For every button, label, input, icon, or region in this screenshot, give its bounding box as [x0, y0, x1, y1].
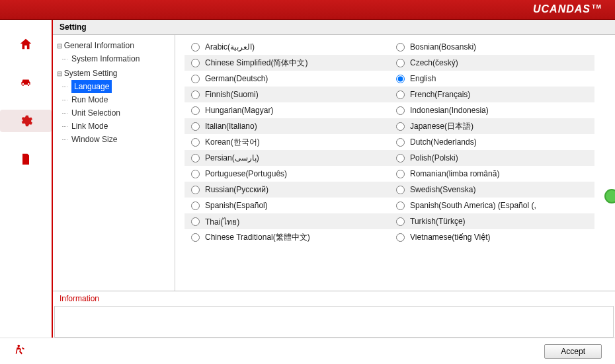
language-radio[interactable] — [191, 186, 200, 194]
language-option[interactable]: Vietnamese(tiếng Việt) — [390, 229, 594, 245]
language-radio[interactable] — [396, 201, 405, 210]
tree-system-setting[interactable]: System Setting — [56, 67, 172, 80]
language-label: Russian(Русский) — [205, 185, 268, 194]
content: General Information System Information S… — [53, 35, 615, 291]
language-radio[interactable] — [191, 201, 200, 210]
language-radio[interactable] — [191, 217, 200, 226]
language-radio[interactable] — [191, 106, 200, 115]
language-label: Arabic(العربية) — [205, 42, 255, 52]
language-option[interactable]: Italian(Italiano) — [184, 118, 390, 134]
language-radio[interactable] — [396, 106, 405, 115]
language-option[interactable]: Bosnian(Bosanski) — [390, 39, 594, 55]
language-option[interactable]: Czech(český) — [390, 55, 594, 71]
language-radio[interactable] — [396, 170, 405, 178]
language-radio[interactable] — [191, 43, 200, 52]
language-option[interactable]: Hungarian(Magyar) — [184, 102, 390, 118]
language-radio[interactable] — [396, 43, 405, 52]
language-option[interactable]: Polish(Polski) — [390, 150, 594, 166]
language-radio[interactable] — [191, 154, 200, 163]
brand-text: UCANDAS — [533, 4, 591, 15]
language-option[interactable]: Indonesian(Indonesia) — [390, 102, 594, 118]
language-label: Romanian(limba română) — [410, 169, 499, 178]
language-label: Spanish(Español) — [205, 201, 268, 210]
language-radio[interactable] — [396, 91, 405, 99]
accept-button[interactable]: Accept — [544, 344, 602, 359]
language-option[interactable]: English — [390, 71, 594, 87]
exit-icon[interactable] — [13, 343, 28, 359]
info-body[interactable] — [54, 306, 614, 338]
brand-logo: UCANDASTM — [533, 3, 602, 15]
language-radio[interactable] — [396, 138, 405, 147]
language-radio[interactable] — [191, 233, 200, 242]
language-label: Portuguese(Português) — [205, 169, 287, 178]
tree-run-mode[interactable]: Run Mode — [56, 93, 172, 106]
language-list: Arabic(العربية)Chinese Simplified(简体中文)G… — [175, 35, 615, 291]
language-option[interactable]: Russian(Русский) — [184, 182, 390, 198]
language-column-2: Bosnian(Bosanski)Czech(český)EnglishFren… — [390, 39, 594, 291]
language-label: Italian(Italiano) — [205, 122, 257, 131]
page-title: Setting — [53, 20, 615, 35]
language-radio[interactable] — [191, 91, 200, 99]
language-radio[interactable] — [191, 138, 200, 147]
language-option[interactable]: Finnish(Suomi) — [184, 87, 390, 102]
language-label: Vietnamese(tiếng Việt) — [410, 233, 491, 242]
home-icon[interactable] — [0, 33, 52, 55]
language-label: Bosnian(Bosanski) — [410, 42, 476, 52]
tree-unit-selection[interactable]: Unit Selection — [56, 106, 172, 120]
language-column-1: Arabic(العربية)Chinese Simplified(简体中文)G… — [184, 39, 390, 291]
language-option[interactable]: Japanese(日本語) — [390, 118, 594, 134]
language-option[interactable]: Chinese Simplified(简体中文) — [184, 55, 390, 71]
language-label: Chinese Simplified(简体中文) — [205, 57, 308, 69]
language-label: German(Deutsch) — [205, 74, 268, 83]
settings-tree: General Information System Information S… — [53, 35, 175, 291]
language-label: English — [410, 74, 436, 83]
language-radio[interactable] — [396, 233, 405, 242]
language-option[interactable]: German(Deutsch) — [184, 71, 390, 87]
car-icon[interactable] — [0, 71, 52, 94]
language-option[interactable]: Turkish(Türkçe) — [390, 213, 594, 229]
tree-general-information[interactable]: General Information — [56, 39, 172, 52]
language-radio[interactable] — [191, 170, 200, 178]
settings-icon[interactable] — [0, 110, 52, 132]
language-label: Czech(český) — [410, 58, 458, 67]
language-label: Spanish(South America) (Español (, — [410, 201, 536, 210]
language-radio[interactable] — [396, 217, 405, 226]
language-label: French(Français) — [410, 90, 470, 99]
language-option[interactable]: Thai(ไทย) — [184, 213, 390, 229]
language-label: Turkish(Türkçe) — [410, 217, 466, 226]
language-radio[interactable] — [396, 122, 405, 131]
footer: Accept — [0, 338, 615, 364]
brand-tm: TM — [592, 3, 602, 10]
language-option[interactable]: Portuguese(Português) — [184, 166, 390, 182]
language-label: Persian(پارسی) — [205, 153, 259, 163]
tree-window-size[interactable]: Window Size — [56, 133, 172, 146]
language-radio[interactable] — [191, 122, 200, 131]
language-option[interactable]: Romanian(limba română) — [390, 166, 594, 182]
language-option[interactable]: Spanish(Español) — [184, 198, 390, 213]
sidebar-icons — [0, 20, 53, 338]
language-label: Thai(ไทย) — [205, 215, 239, 228]
tree-system-information[interactable]: System Information — [56, 52, 172, 65]
language-option[interactable]: Chinese Traditional(繁體中文) — [184, 229, 390, 245]
tree-language[interactable]: Language — [71, 80, 112, 93]
report-icon[interactable] — [0, 148, 52, 170]
language-radio[interactable] — [191, 75, 200, 83]
language-option[interactable]: French(Français) — [390, 87, 594, 102]
language-option[interactable]: Arabic(العربية) — [184, 39, 390, 55]
language-radio[interactable] — [396, 154, 405, 163]
content-wrap: Setting General Information System Infor… — [53, 20, 615, 338]
language-option[interactable]: Persian(پارسی) — [184, 150, 390, 166]
language-label: Japanese(日本語) — [410, 121, 473, 132]
language-radio[interactable] — [396, 59, 405, 67]
language-radio[interactable] — [396, 186, 405, 194]
svg-point-0 — [17, 345, 20, 347]
language-radio[interactable] — [191, 59, 200, 67]
language-radio[interactable] — [396, 75, 405, 83]
language-option[interactable]: Dutch(Nederlands) — [390, 134, 594, 150]
language-label: Finnish(Suomi) — [205, 90, 259, 99]
language-option[interactable]: Swedish(Svenska) — [390, 182, 594, 198]
language-option[interactable]: Spanish(South America) (Español (, — [390, 198, 594, 213]
tree-link-mode[interactable]: Link Mode — [56, 120, 172, 133]
chat-bubble-icon[interactable] — [604, 189, 615, 203]
language-option[interactable]: Korean(한국어) — [184, 134, 390, 150]
